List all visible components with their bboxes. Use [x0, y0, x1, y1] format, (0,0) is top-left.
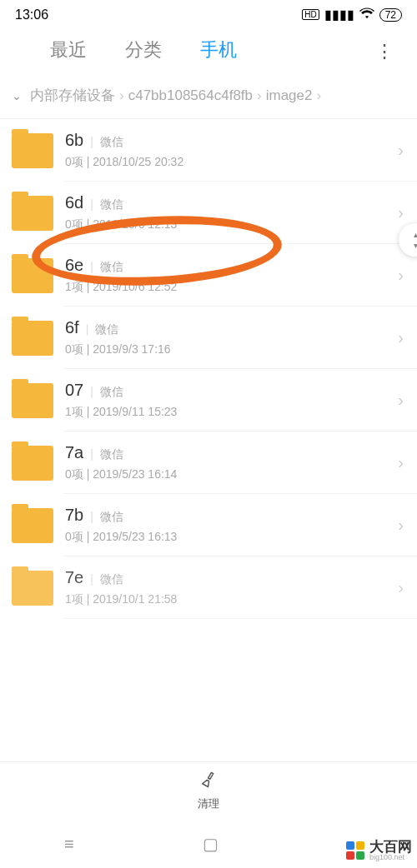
folder-icon	[12, 133, 53, 168]
watermark-logo-icon	[346, 841, 364, 860]
more-icon[interactable]: ⋮	[375, 41, 392, 62]
tab-bar: 最近 分类 手机 ⋮	[0, 26, 417, 77]
folder-name: 7a	[65, 443, 83, 462]
status-bar: 13:06 HD ▮▮▮▮ 72	[0, 0, 417, 26]
divider: |	[90, 572, 93, 586]
divider: |	[90, 135, 93, 148]
folder-name: 7e	[65, 568, 83, 587]
folder-meta: 0项 | 2019/9/3 17:16	[65, 342, 398, 357]
chevron-right-icon: ›	[398, 453, 404, 472]
folder-icon	[12, 446, 53, 481]
broom-icon[interactable]	[197, 769, 220, 796]
row-body: 6e|微信1项 | 2019/10/6 12:52	[65, 256, 398, 295]
chevron-down-icon[interactable]: ⌄	[12, 89, 22, 102]
folder-source: 微信	[100, 135, 123, 150]
list-item[interactable]: 6b|微信0项 | 2018/10/25 20:32›	[0, 119, 417, 182]
folder-meta: 1项 | 2019/9/11 15:23	[65, 405, 398, 420]
caret-down-icon: ▾	[414, 241, 418, 250]
watermark-cn: 大百网	[369, 840, 412, 854]
folder-source: 微信	[100, 260, 123, 275]
folder-name: 7b	[65, 506, 83, 525]
folder-meta: 1项 | 2019/10/1 21:58	[65, 592, 398, 607]
divider: |	[90, 385, 93, 398]
row-body: 6d|微信0项 | 2019/10/6 12:13	[65, 193, 398, 232]
tab-category[interactable]: 分类	[125, 37, 162, 66]
row-body: 7e|微信1项 | 2019/10/1 21:58	[65, 568, 398, 607]
folder-source: 微信	[100, 447, 123, 462]
folder-source: 微信	[100, 572, 123, 587]
caret-up-icon: ▴	[414, 230, 418, 239]
folder-name: 6f	[65, 318, 79, 337]
list-item[interactable]: 7a|微信0项 | 2019/5/23 16:14›	[0, 432, 417, 494]
wifi-icon	[359, 7, 374, 22]
watermark: 大百网 big100.net	[346, 840, 412, 861]
folder-source: 微信	[100, 197, 123, 212]
chevron-right-icon: ›	[398, 141, 404, 160]
chevron-right-icon: ›	[398, 266, 404, 285]
divider: |	[90, 447, 93, 461]
breadcrumb-root[interactable]: 内部存储设备	[30, 86, 115, 105]
row-body: 7a|微信0项 | 2019/5/23 16:14	[65, 443, 398, 482]
tab-phone[interactable]: 手机	[200, 37, 237, 66]
folder-meta: 0项 | 2019/10/6 12:13	[65, 217, 398, 232]
folder-meta: 1项 | 2019/10/6 12:52	[65, 280, 398, 295]
clean-label[interactable]: 清理	[198, 796, 219, 811]
folder-meta: 0项 | 2018/10/25 20:32	[65, 155, 398, 170]
folder-meta: 0项 | 2019/5/23 16:13	[65, 530, 398, 545]
chevron-right-icon: ›	[256, 87, 263, 104]
battery-icon: 72	[379, 8, 402, 22]
folder-name: 6b	[65, 131, 83, 150]
list-item[interactable]: 7e|微信1项 | 2019/10/1 21:58›	[0, 556, 417, 619]
list-item[interactable]: 6d|微信0项 | 2019/10/6 12:13›	[0, 182, 417, 244]
folder-source: 微信	[100, 510, 123, 525]
list-item[interactable]: 7b|微信0项 | 2019/5/23 16:13›	[0, 494, 417, 556]
bottom-toolbar: 清理	[0, 761, 417, 820]
row-body: 6f|微信0项 | 2019/9/3 17:16	[65, 318, 398, 357]
nav-home-icon[interactable]: ▢	[203, 834, 219, 854]
chevron-right-icon: ›	[398, 391, 404, 410]
status-right: HD ▮▮▮▮ 72	[302, 7, 402, 22]
chevron-right-icon: ›	[118, 87, 125, 104]
folder-source: 微信	[95, 322, 118, 337]
divider: |	[86, 322, 89, 336]
tab-recent[interactable]: 最近	[50, 37, 87, 66]
hd-icon: HD	[302, 9, 319, 20]
folder-source: 微信	[100, 385, 123, 400]
row-body: 07|微信1项 | 2019/9/11 15:23	[65, 381, 398, 420]
chevron-right-icon: ›	[398, 516, 404, 535]
folder-icon	[12, 258, 53, 293]
divider: |	[90, 510, 93, 523]
list-item[interactable]: 07|微信1项 | 2019/9/11 15:23›	[0, 369, 417, 432]
folder-icon	[12, 383, 53, 418]
divider: |	[90, 197, 93, 211]
folder-name: 07	[65, 381, 83, 400]
folder-icon	[12, 196, 53, 231]
chevron-right-icon: ›	[398, 578, 404, 597]
nav-menu-icon[interactable]: ≡	[64, 835, 74, 854]
folder-list: 6b|微信0项 | 2018/10/25 20:32›6d|微信0项 | 201…	[0, 119, 417, 619]
breadcrumb[interactable]: ⌄ 内部存储设备 › c47bb108564c4f8fb › image2 ›	[0, 77, 417, 119]
list-item[interactable]: 6e|微信1项 | 2019/10/6 12:52›	[0, 244, 417, 307]
folder-icon	[12, 508, 53, 543]
folder-name: 6e	[65, 256, 83, 275]
clock: 13:06	[15, 7, 48, 22]
breadcrumb-mid[interactable]: c47bb108564c4f8fb	[128, 87, 253, 104]
signal-icon: ▮▮▮▮	[324, 7, 354, 22]
chevron-right-icon: ›	[315, 87, 322, 104]
row-body: 6b|微信0项 | 2018/10/25 20:32	[65, 131, 398, 170]
breadcrumb-leaf[interactable]: image2	[266, 87, 313, 104]
list-item[interactable]: 6f|微信0项 | 2019/9/3 17:16›	[0, 307, 417, 369]
folder-name: 6d	[65, 193, 83, 212]
watermark-en: big100.net	[369, 854, 412, 861]
folder-meta: 0项 | 2019/5/23 16:14	[65, 467, 398, 482]
folder-icon	[12, 571, 53, 606]
chevron-right-icon: ›	[398, 328, 404, 347]
chevron-right-icon: ›	[398, 203, 404, 222]
folder-icon	[12, 321, 53, 356]
divider: |	[90, 260, 93, 273]
row-body: 7b|微信0项 | 2019/5/23 16:13	[65, 506, 398, 545]
